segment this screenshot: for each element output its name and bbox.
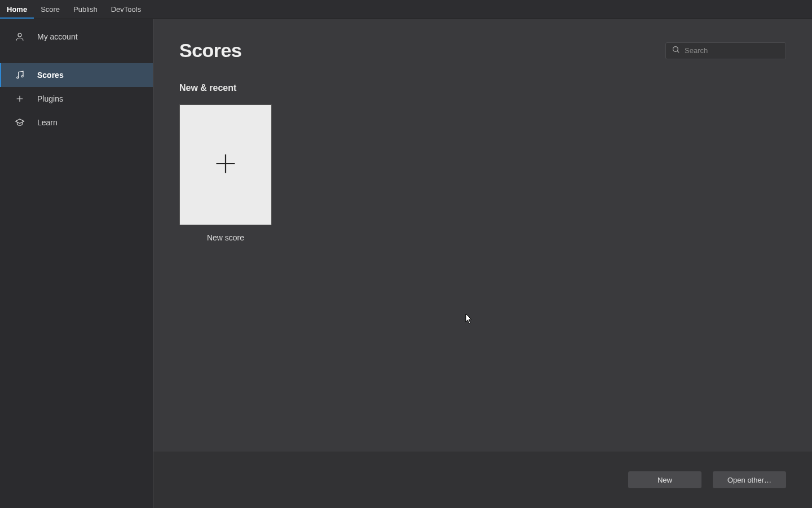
menu-label: Publish: [73, 5, 98, 14]
sidebar-item-account[interactable]: My account: [0, 25, 153, 49]
footer-bar: New Open other…: [153, 452, 812, 508]
menu-label: Score: [41, 5, 60, 14]
sidebar: My account Scores Plugins: [0, 19, 153, 508]
plus-icon: [15, 94, 25, 104]
new-score-label: New score: [179, 233, 272, 242]
sidebar-item-label: My account: [37, 32, 78, 41]
section-title: New & recent: [179, 83, 786, 93]
search-icon: [672, 45, 680, 56]
new-button[interactable]: New: [628, 471, 701, 488]
menu-home[interactable]: Home: [0, 0, 34, 19]
new-score-card[interactable]: New score: [179, 104, 272, 242]
app-body: My account Scores Plugins: [0, 19, 812, 508]
music-note-icon: [15, 70, 25, 80]
sidebar-item-plugins[interactable]: Plugins: [0, 87, 153, 111]
sidebar-item-label: Scores: [37, 71, 64, 80]
svg-point-0: [18, 33, 21, 37]
person-icon: [15, 32, 25, 42]
learn-icon: [15, 117, 25, 128]
sidebar-item-label: Learn: [37, 118, 58, 127]
page-title: Scores: [179, 40, 241, 62]
svg-point-1: [17, 77, 19, 78]
score-grid: New score: [179, 104, 786, 242]
menubar: Home Score Publish DevTools: [0, 0, 812, 19]
menu-devtools[interactable]: DevTools: [104, 0, 148, 19]
sidebar-item-scores[interactable]: Scores: [0, 63, 153, 87]
open-other-button[interactable]: Open other…: [713, 471, 786, 488]
sidebar-spacer: [0, 49, 153, 63]
plus-large-icon: [213, 151, 238, 178]
menu-score[interactable]: Score: [34, 0, 67, 19]
main-header: Scores: [179, 40, 786, 62]
svg-point-2: [21, 76, 23, 77]
menu-label: Home: [7, 5, 27, 14]
menu-publish[interactable]: Publish: [67, 0, 104, 19]
search-input[interactable]: [685, 46, 780, 55]
main: Scores New & recent: [153, 19, 812, 508]
svg-point-3: [673, 47, 678, 52]
menu-label: DevTools: [111, 5, 141, 14]
sidebar-item-label: Plugins: [37, 94, 63, 103]
search-box[interactable]: [665, 42, 786, 59]
sidebar-item-learn[interactable]: Learn: [0, 111, 153, 134]
new-score-thumb: [179, 104, 272, 225]
main-content: Scores New & recent: [153, 19, 812, 452]
